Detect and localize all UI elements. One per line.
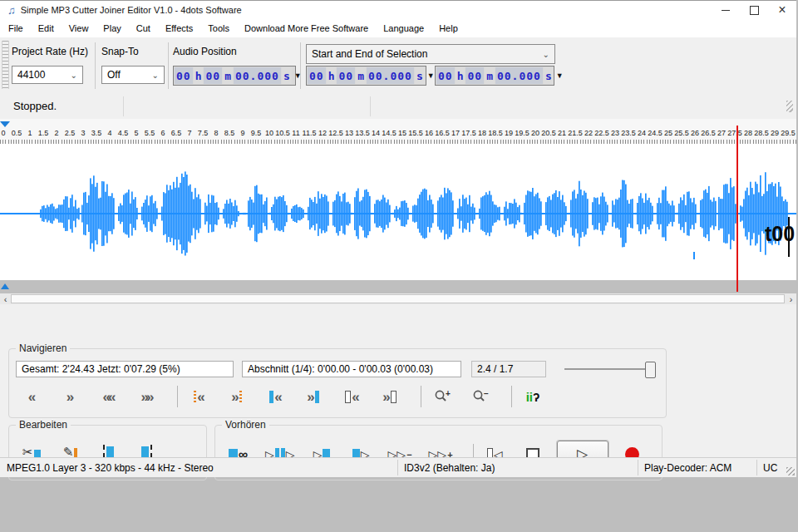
- menu-item-edit[interactable]: Edit: [31, 19, 62, 37]
- toolbar-grip[interactable]: [2, 41, 9, 89]
- playback-cursor[interactable]: [736, 126, 738, 292]
- timeline-ruler[interactable]: 00.511.522.533.544.555.566.577.588.599.5…: [0, 119, 796, 145]
- transport-status: Stopped.: [13, 100, 57, 112]
- desktop: { "window": { "title": "Simple MP3 Cutte…: [0, 0, 798, 532]
- horizontal-scrollbar[interactable]: ‹ ›: [0, 293, 796, 305]
- menu-item-help[interactable]: Help: [431, 19, 466, 37]
- page-back-button[interactable]: ««: [94, 386, 122, 407]
- preview-group-label: Vorhören: [222, 419, 269, 431]
- waveform-marker-line: [788, 217, 790, 257]
- snap-to-combobox[interactable]: Off ⌄: [101, 66, 165, 84]
- ruler-tick-label: 8.5: [224, 129, 235, 137]
- ruler-tick-label: 20.5: [541, 129, 556, 137]
- slider-thumb[interactable]: [645, 362, 656, 378]
- status-separator: [123, 96, 124, 116]
- ruler-tick-label: 28: [744, 129, 752, 137]
- playhead-marker-bottom-icon[interactable]: [1, 283, 9, 289]
- ruler-tick-label: 13.5: [355, 129, 370, 137]
- step-forward-button[interactable]: »: [56, 386, 84, 407]
- scroll-left-icon[interactable]: ‹: [0, 293, 11, 304]
- toolbar-separator: [300, 42, 301, 89]
- resize-grip-icon: [786, 101, 793, 112]
- go-section-start-button[interactable]: «: [337, 386, 366, 407]
- minimize-button[interactable]: [712, 1, 740, 19]
- menu-item-file[interactable]: File: [0, 19, 31, 37]
- dropdown-arrow-icon[interactable]: ▼: [293, 71, 303, 80]
- navigate-slider[interactable]: [564, 361, 658, 377]
- time-digits: 00: [175, 67, 193, 84]
- maximize-button[interactable]: [740, 1, 768, 19]
- ruler-tick-label: 1.5: [38, 129, 49, 137]
- ruler-tick-label: 22: [584, 129, 593, 137]
- svg-text:+: +: [446, 389, 451, 398]
- menu-item-tools[interactable]: Tools: [200, 19, 237, 37]
- transport-status-row: Stopped.: [0, 94, 796, 120]
- ruler-tick-label: 0.5: [12, 129, 22, 137]
- ruler-tick-label: 3: [81, 129, 85, 137]
- selection-start-display[interactable]: 00h00m00.000s▼: [306, 66, 426, 86]
- menu-item-play[interactable]: Play: [96, 19, 128, 37]
- menu-item-cut[interactable]: Cut: [129, 19, 158, 37]
- page-forward-button[interactable]: »»: [132, 386, 160, 407]
- project-rate-combobox[interactable]: 44100 ⌄: [12, 66, 83, 84]
- time-unit: s: [415, 67, 425, 84]
- menu-bar: FileEditViewPlayCutEffectsToolsDownload …: [0, 19, 796, 38]
- go-to-start-button[interactable]: «: [185, 386, 213, 407]
- ruler-tick-label: 5.5: [145, 129, 155, 137]
- ruler-tick-label: 7.5: [198, 129, 209, 137]
- scrollbar-thumb[interactable]: [11, 294, 785, 303]
- svg-text:−: −: [484, 389, 489, 398]
- go-selection-start-button[interactable]: «: [261, 386, 289, 407]
- selection-mode-combobox[interactable]: Start and End of Selection ⌄: [306, 44, 555, 64]
- playhead-marker-top-icon[interactable]: [0, 121, 10, 127]
- button-separator: [511, 386, 512, 407]
- toolbar: Project Rate (Hz) 44100 ⌄ Snap-To Off ⌄ …: [0, 37, 796, 95]
- zoom-in-button[interactable]: +: [428, 386, 456, 407]
- audio-position-display[interactable]: 00h00m00.000s▼: [173, 66, 296, 86]
- ruler-tick-label: 16: [425, 129, 433, 137]
- snap-to-value: Off: [107, 69, 121, 81]
- ruler-tick-label: 6: [160, 129, 165, 137]
- menu-item-language[interactable]: Language: [376, 19, 431, 37]
- ruler-tick-label: 5: [134, 129, 138, 137]
- chevron-down-icon: ⌄: [152, 71, 159, 80]
- resume-position-button[interactable]: iiʔ: [519, 386, 547, 407]
- scroll-right-icon[interactable]: ›: [786, 293, 796, 304]
- waveform-graphic: [0, 144, 796, 280]
- toolbar-separator: [168, 42, 169, 89]
- step-back-button[interactable]: «: [17, 386, 46, 407]
- close-button[interactable]: ×: [768, 1, 796, 19]
- ruler-tick-label: 8: [214, 129, 218, 137]
- menu-item-view[interactable]: View: [62, 19, 96, 37]
- ruler-tick-label: 25.5: [674, 129, 689, 137]
- waveform-footer-band: [0, 280, 796, 293]
- ruler-tick-label: 6.5: [171, 129, 182, 137]
- ruler-tick-label: 19: [505, 129, 513, 137]
- navigate-group-label: Navigieren: [16, 342, 70, 354]
- ruler-tick-label: 3.5: [91, 129, 102, 137]
- go-to-end-button[interactable]: »: [223, 386, 251, 407]
- navigate-section-field: Abschnitt (1/4): 0'00.00 - 0'00.03 (0'00…: [242, 361, 461, 377]
- slider-track: [564, 368, 656, 370]
- status-bar: MPEG1.0 Layer 3 - 320 kbps - 44 kHz - St…: [0, 457, 796, 477]
- go-section-end-button[interactable]: »: [376, 386, 404, 407]
- button-separator: [177, 386, 178, 407]
- go-selection-end-button[interactable]: »: [299, 386, 328, 407]
- selection-mode-value: Start and End of Selection: [312, 48, 427, 60]
- dropdown-arrow-icon[interactable]: ▼: [554, 71, 565, 80]
- chevron-down-icon: ⌄: [71, 71, 77, 80]
- ruler-tick-label: 21.5: [568, 129, 583, 137]
- title-bar: ♫ Simple MP3 Cutter Joiner Editor V1.0 -…: [0, 1, 796, 19]
- menu-item-download-more-free-software[interactable]: Download More Free Software: [237, 19, 376, 37]
- ruler-tick-label: 21: [558, 129, 566, 137]
- selection-end-display[interactable]: 00h00m00.000s▼: [435, 66, 554, 86]
- time-digits: 00: [337, 67, 355, 84]
- ruler-tick-label: 0: [1, 129, 5, 137]
- ruler-tick-label: 22.5: [594, 129, 609, 137]
- waveform-area[interactable]: t00: [0, 144, 796, 280]
- ruler-tick-label: 9.5: [251, 129, 262, 137]
- menu-item-effects[interactable]: Effects: [158, 19, 200, 37]
- zoom-out-button[interactable]: −: [466, 386, 495, 407]
- app-window: ♫ Simple MP3 Cutter Joiner Editor V1.0 -…: [0, 0, 796, 477]
- chevron-down-icon: ⌄: [543, 50, 549, 59]
